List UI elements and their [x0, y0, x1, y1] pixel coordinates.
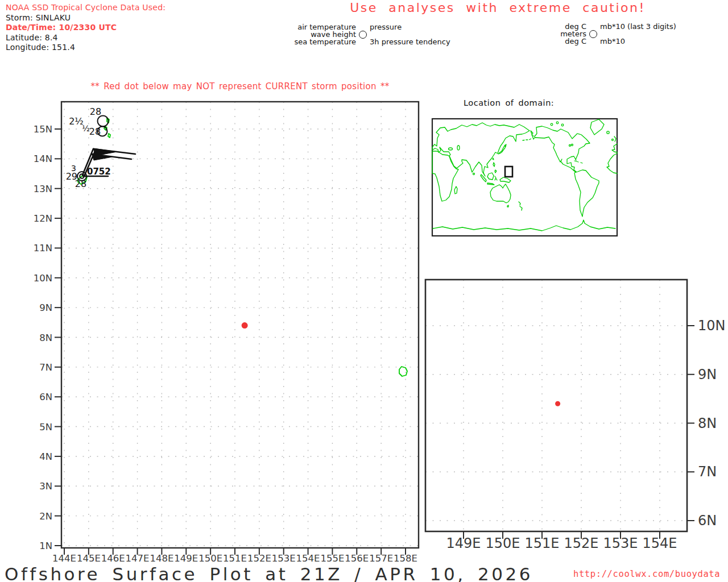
legend-sea-temperature: sea temperature: [292, 39, 356, 46]
island-hispaniola: [581, 163, 582, 163]
legend-unit-pressure: mb*10 (last 3 digits): [600, 23, 676, 31]
island-iceland: [607, 131, 609, 134]
x-tick-label: 150E: [198, 553, 222, 564]
zoom-plot: 149E150E151E152E153E154E6N7N8N9N10N: [421, 276, 728, 563]
storm-info-block: NOAA SSD Tropical Cyclone Data Used: Sto…: [6, 3, 166, 53]
x-tick-label: 154E: [643, 535, 677, 551]
y-tick-label: 15N: [34, 124, 52, 135]
units-legend-left-column: deg C meters deg C: [557, 23, 586, 45]
station-sea-temp: 28: [75, 178, 86, 189]
y-tick-label: 1N: [39, 541, 52, 551]
coastline-antarctica: [433, 220, 615, 231]
coastline-iberia: [612, 144, 617, 152]
y-tick-label: 6N: [39, 392, 52, 402]
info-longitude-line: Longitude: 151.4: [6, 43, 166, 53]
station-legend-right-column: pressure 3h pressure tendency: [370, 24, 450, 45]
y-tick-label: 9N: [39, 302, 52, 313]
units-circle-icon: [589, 30, 597, 38]
x-tick-label: 148E: [150, 553, 173, 564]
x-tick-label: 145E: [77, 553, 101, 564]
coastline-west-africa: [607, 153, 617, 173]
y-tick-label: 7N: [39, 362, 52, 373]
y-tick-label: 2N: [39, 511, 52, 522]
x-tick-label: 156E: [345, 553, 369, 564]
island-mindanao: [495, 170, 497, 173]
coastline-madagascar: [454, 186, 457, 194]
island-tasmania: [507, 205, 508, 207]
y-tick-label: 11N: [34, 243, 52, 253]
station-air-temp: 28: [90, 106, 101, 117]
units-legend: deg C meters deg C mb*10 (last 3 digits)…: [557, 23, 676, 45]
zoom-plot-axes: 149E150E151E152E153E154E6N7N8N9N10N: [425, 280, 726, 551]
island-sulawesi: [495, 176, 497, 180]
domain-location-box: [505, 167, 512, 177]
x-tick-label: 153E: [603, 535, 638, 551]
plot-title: Offshore Surface Plot at 21Z / APR 10, 2…: [5, 564, 533, 582]
y-tick-label: 12N: [34, 213, 52, 224]
island-sumatra: [481, 174, 486, 182]
y-tick-label: 7N: [698, 464, 717, 480]
x-tick-label: 144E: [52, 553, 76, 564]
x-tick-label: 151E: [525, 535, 560, 551]
info-latitude-line: Latitude: 8.4: [6, 33, 166, 43]
y-tick-label: 8N: [39, 332, 52, 343]
island-sri-lanka: [473, 173, 475, 175]
x-tick-label: 158E: [394, 553, 417, 564]
y-tick-label: 13N: [34, 184, 52, 194]
info-datetime-line: Date/Time: 10/2330 UTC: [6, 23, 166, 33]
island-rota: [108, 134, 110, 138]
coastline-north-america: [531, 126, 590, 172]
x-tick-label: 149E: [174, 553, 198, 564]
x-tick-label: 146E: [101, 553, 125, 564]
island-new-guinea: [500, 177, 511, 182]
main-plot-frame: [61, 102, 419, 548]
arctic-island: [551, 123, 553, 126]
great-lake: [572, 144, 573, 146]
inset-title: Location of domain:: [464, 98, 554, 107]
island-outlines: [78, 118, 407, 376]
coastline-eurasia: [432, 123, 530, 176]
caution-title: Use analyses with extreme caution!: [270, 1, 725, 15]
x-tick-label: 152E: [564, 535, 599, 551]
info-storm-line: Storm: SINLAKU: [6, 13, 166, 23]
world-map-frame: [432, 119, 617, 236]
coastline-australia: [490, 184, 511, 203]
buoy-surface-plot-page: NOAA SSD Tropical Cyclone Data Used: Sto…: [0, 0, 728, 582]
arctic-island: [556, 122, 559, 124]
x-tick-label: 147E: [126, 553, 150, 564]
island-britain: [614, 136, 616, 142]
storm-position-dot: [555, 401, 560, 406]
legend-pressure: pressure: [370, 24, 450, 31]
y-tick-label: 4N: [39, 451, 52, 462]
y-tick-label: 9N: [698, 367, 717, 383]
y-tick-label: 8N: [698, 415, 717, 431]
legend-pressure-tendency: 3h pressure tendency: [370, 39, 450, 46]
station-legend: air temperature wave height sea temperat…: [292, 24, 450, 45]
legend-unit-tendency: mb*10: [600, 38, 676, 45]
x-tick-label: 154E: [296, 553, 320, 564]
station-circle-icon: [359, 31, 367, 39]
storm-position-dot: [242, 322, 248, 329]
arctic-island: [561, 124, 564, 126]
island-atoll: [399, 367, 407, 376]
x-tick-label: 150E: [486, 535, 520, 551]
island-ireland: [612, 139, 614, 141]
x-tick-label: 152E: [247, 553, 271, 564]
coastline-south-america: [574, 170, 599, 217]
island-new-zealand-south: [520, 206, 522, 210]
world-coastlines: [432, 119, 617, 231]
units-legend-right-column: mb*10 (last 3 digits) mb*10: [600, 23, 676, 45]
station-wave-height: 2½: [69, 116, 84, 127]
coastline-greenland: [590, 119, 604, 135]
y-tick-label: 10N: [34, 273, 52, 284]
station-pressure: 0752: [87, 167, 111, 177]
island-new-zealand-north: [519, 202, 520, 205]
y-tick-label: 6N: [698, 513, 717, 529]
station-legend-left-column: air temperature wave height sea temperat…: [292, 24, 356, 45]
y-tick-label: 5N: [39, 422, 52, 433]
buoydata-link[interactable]: http://coolwx.com/buoydata: [573, 569, 720, 579]
world-map-inset: [431, 118, 619, 238]
main-plot: 144E145E146E147E148E149E150E151E152E153E…: [0, 80, 432, 574]
caspian-sea: [457, 146, 460, 150]
legend-unit-sea: deg C: [557, 38, 586, 45]
